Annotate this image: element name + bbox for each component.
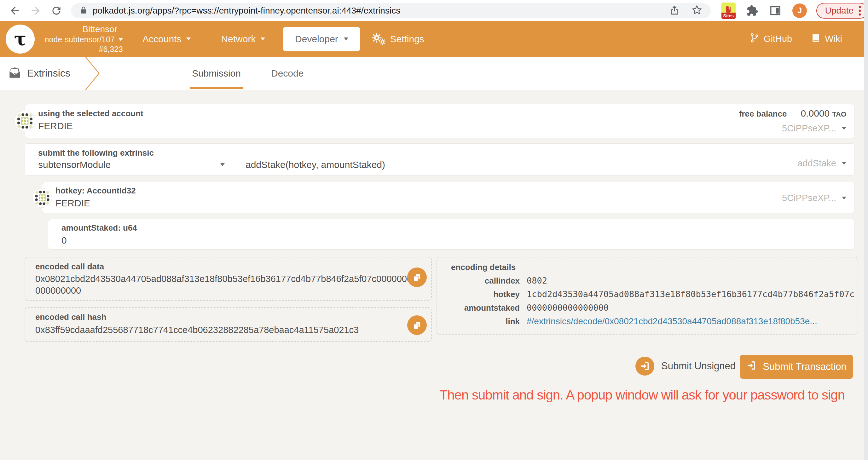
chevron-down-icon [842, 127, 846, 130]
account-identicon[interactable] [14, 110, 35, 133]
free-balance-value: 0.0000 [801, 108, 830, 119]
screen: polkadot.js.org/apps/?rpc=wss://entrypoi… [0, 0, 868, 460]
chevron-down-icon[interactable] [220, 163, 225, 166]
encoded-call-data-value: 0x08021cbd2d43530a44705ad088af313e18f80b… [35, 273, 415, 296]
copy-call-data-button[interactable] [407, 267, 427, 287]
hotkey-card: hotkey: AccountId32 FERDIE 5CiPPseXP... [42, 182, 855, 213]
kebab-menu-icon[interactable] [859, 5, 861, 16]
encoded-call-data-label: encoded call data [35, 262, 104, 272]
encoded-call-hash-label: encoded call hash [35, 312, 106, 322]
extensions-puzzle-icon[interactable] [746, 5, 758, 17]
back-icon[interactable] [9, 5, 21, 17]
wiki-label: Wiki [825, 34, 842, 44]
reload-icon[interactable] [51, 5, 62, 17]
tab-submission[interactable]: Submission [190, 57, 243, 90]
hotkey-address-short: 5CiPPseXP... [782, 193, 836, 203]
module-select[interactable]: subtensorModule [38, 159, 111, 170]
copy-call-hash-button[interactable] [407, 316, 427, 335]
account-name[interactable]: FERDIE [38, 121, 73, 131]
nav-network-label: Network [221, 34, 256, 44]
section-divider-chevron [85, 57, 100, 91]
browser-profile-avatar[interactable]: J [793, 3, 807, 18]
nav-developer-label: Developer [295, 34, 338, 44]
wiki-link[interactable]: Wiki [812, 33, 842, 45]
submit-unsigned-button[interactable]: Submit Unsigned [636, 357, 736, 375]
copy-icon [412, 321, 422, 330]
hotkey-hex-value: 1cbd2d43530a44705ad088af313e18f80b53ef16… [527, 289, 855, 299]
tab-decode[interactable]: Decode [269, 57, 305, 90]
sites-extension-icon[interactable]: Sites [721, 2, 736, 19]
chevron-down-icon [261, 37, 265, 40]
account-address-short: 5CiPPseXP... [782, 123, 836, 134]
update-label: Update [825, 6, 854, 16]
nav-settings[interactable]: Settings [372, 33, 424, 45]
hotkey-identicon[interactable] [32, 188, 52, 209]
amount-label: amountStaked: u64 [61, 223, 137, 233]
bookmark-star-icon[interactable] [691, 4, 703, 17]
lock-icon [80, 6, 88, 15]
extrinsic-card: submit the following extrinsic subtensor… [25, 143, 855, 175]
hotkey-address-dropdown[interactable]: 5CiPPseXP... [782, 193, 846, 203]
account-card: using the selected account FERDIE free b… [25, 104, 855, 138]
sites-extension-label: Sites [721, 12, 736, 19]
share-icon[interactable] [669, 5, 680, 17]
amount-input[interactable]: 0 [61, 235, 67, 246]
url-text[interactable]: polkadot.js.org/apps/?rpc=wss://entrypoi… [93, 6, 400, 16]
encoding-details-title: encoding details [451, 262, 516, 272]
block-number: #6,323 [99, 44, 123, 54]
chain-name: Bittensor [83, 24, 118, 35]
extrinsic-label: submit the following extrinsic [38, 148, 154, 158]
method-signature[interactable]: addStake(hotkey, amountStaked) [246, 159, 385, 170]
encoding-row-amountstaked: amountstaked 0000000000000000 [451, 303, 850, 316]
amountstaked-hex-label: amountstaked [451, 303, 520, 313]
submit-transaction-button[interactable]: Submit Transaction [740, 355, 853, 379]
browser-chrome: polkadot.js.org/apps/?rpc=wss://entrypoi… [0, 0, 868, 21]
forward-icon[interactable] [30, 5, 41, 17]
github-label: GitHub [764, 34, 792, 44]
chevron-down-icon [186, 37, 191, 40]
chain-info[interactable]: Bittensor node-subtensor/107 #6,323 [40, 24, 123, 55]
link-label: link [451, 317, 520, 326]
nav-network[interactable]: Network [221, 34, 265, 44]
submit-unsigned-label: Submit Unsigned [661, 360, 736, 372]
encoded-call-hash-card: encoded call hash 0x83ff59cdaaafd2556877… [25, 307, 432, 342]
callindex-value: 0802 [527, 276, 547, 286]
bittensor-logo[interactable]: τ [6, 25, 35, 54]
git-branch-icon [750, 32, 759, 45]
side-panel-icon[interactable] [769, 4, 782, 17]
hotkey-label: hotkey: AccountId32 [56, 186, 136, 196]
free-balance-label: free balance [739, 109, 787, 119]
copy-icon [412, 272, 422, 282]
nav-settings-label: Settings [390, 34, 424, 44]
account-label: using the selected account [38, 109, 144, 119]
url-bar[interactable]: polkadot.js.org/apps/?rpc=wss://entrypoi… [71, 3, 711, 18]
chevron-down-icon [344, 37, 348, 40]
tab-submission-label: Submission [192, 68, 241, 79]
node-version: node-subtensor/107 [45, 35, 115, 44]
tab-bar: Extrinsics Submission Decode [0, 57, 868, 90]
method-dropdown[interactable]: addStake [797, 158, 846, 169]
scrollbar[interactable] [864, 0, 868, 460]
tab-decode-label: Decode [271, 68, 304, 79]
chevron-down-icon [842, 162, 846, 165]
browser-update-button[interactable]: Update [816, 3, 868, 19]
extrinsics-envelope-icon [8, 66, 22, 81]
method-short: addStake [797, 158, 836, 169]
decode-link[interactable]: #/extrinsics/decode/0x08021cbd2d43530a44… [527, 316, 817, 326]
amountstaked-hex-value: 0000000000000000 [527, 303, 609, 313]
chevron-down-icon [119, 38, 123, 41]
encoded-call-hash-value: 0x83ff59cdaaafd255687718c7741cce4b062328… [35, 324, 415, 336]
encoding-row-callindex: callindex 0802 [451, 276, 850, 289]
tau-icon: τ [14, 30, 26, 48]
nav-accounts[interactable]: Accounts [143, 34, 191, 44]
page-title: Extrinsics [27, 67, 70, 79]
hotkey-hex-label: hotkey [451, 290, 520, 299]
encoding-row-hotkey: hotkey 1cbd2d43530a44705ad088af313e18f80… [451, 289, 850, 303]
amount-card: amountStaked: u64 0 [48, 219, 855, 250]
account-address-dropdown[interactable]: 5CiPPseXP... [739, 123, 846, 134]
app-header: τ Bittensor node-subtensor/107 #6,323 Ac… [0, 21, 868, 57]
free-balance-unit: TAO [832, 110, 846, 118]
nav-developer[interactable]: Developer [283, 27, 360, 52]
github-link[interactable]: GitHub [750, 32, 792, 45]
hotkey-name[interactable]: FERDIE [56, 198, 90, 208]
